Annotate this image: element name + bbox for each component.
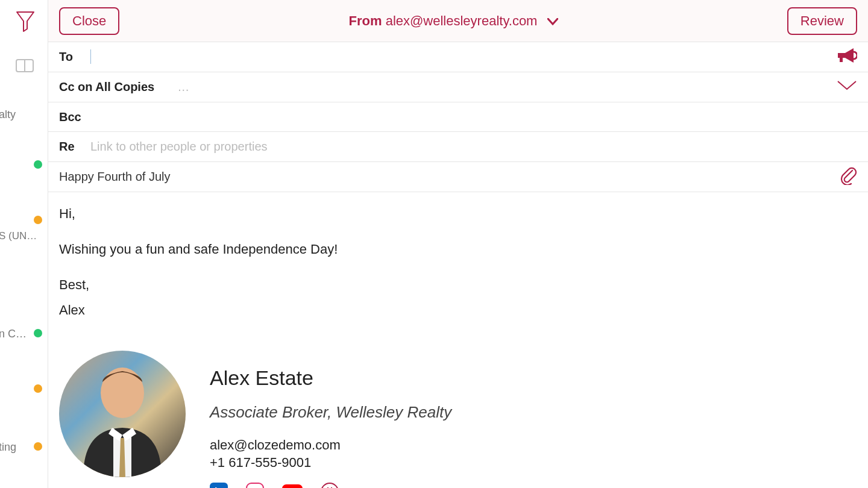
- status-dot-green-2: [34, 329, 42, 337]
- sidebar-text-2: S (UN…: [0, 230, 37, 242]
- re-label: Re: [59, 140, 75, 154]
- signature-email: alex@clozedemo.com: [210, 436, 451, 454]
- avatar: [59, 351, 186, 477]
- close-button[interactable]: Close: [59, 7, 119, 35]
- sidebar-text-1: alty: [0, 108, 16, 121]
- compose-panel: Close From alex@wellesleyrealty.com Revi…: [48, 0, 868, 488]
- status-dot-orange-1: [34, 216, 42, 224]
- cc-label: Cc on All Copies: [59, 80, 154, 94]
- review-button[interactable]: Review: [787, 7, 857, 35]
- linkedin-icon[interactable]: in: [210, 483, 228, 488]
- from-label: From: [349, 13, 382, 28]
- sidebar: alty S (UN… n C… ting: [0, 0, 48, 488]
- status-dot-orange-3: [34, 442, 42, 451]
- re-row: Re: [48, 132, 868, 162]
- from-email: alex@wellesleyrealty.com: [386, 13, 538, 28]
- email-body[interactable]: Hi, Wishing you a fun and safe Independe…: [48, 192, 868, 488]
- signature-name: Alex Estate: [210, 361, 451, 394]
- svg-rect-2: [840, 58, 843, 62]
- layout-icon[interactable]: [16, 59, 34, 75]
- topbar: Close From alex@wellesleyrealty.com Revi…: [48, 0, 868, 42]
- calendar-icon[interactable]: [321, 483, 339, 488]
- instagram-icon[interactable]: [246, 483, 264, 488]
- bcc-label: Bcc: [59, 110, 81, 124]
- paperclip-icon[interactable]: [839, 166, 857, 188]
- megaphone-icon[interactable]: [835, 46, 857, 67]
- sidebar-text-3: n C…: [0, 328, 27, 340]
- svg-point-3: [101, 368, 144, 418]
- body-line-1: Wishing you a fun and safe Independence …: [59, 239, 857, 260]
- signature-info: Alex Estate Associate Broker, Wellesley …: [210, 351, 451, 488]
- sidebar-text-4: ting: [0, 441, 16, 454]
- cc-row: Cc on All Copies …: [48, 72, 868, 102]
- signature-block: Alex Estate Associate Broker, Wellesley …: [59, 351, 857, 488]
- body-closing: Best,: [59, 274, 857, 295]
- body-greeting: Hi,: [59, 203, 857, 224]
- chevron-down-icon[interactable]: [837, 80, 857, 94]
- youtube-icon[interactable]: [282, 484, 303, 488]
- re-input[interactable]: [90, 140, 857, 154]
- signature-title: Associate Broker, Wellesley Realty: [210, 400, 451, 425]
- status-dot-green: [34, 160, 42, 169]
- to-row: To: [48, 42, 868, 72]
- subject-input[interactable]: [59, 170, 839, 184]
- body-signoff-name: Alex: [59, 299, 857, 321]
- bcc-row: Bcc: [48, 102, 868, 133]
- from-selector[interactable]: From alex@wellesleyrealty.com: [119, 13, 787, 29]
- bcc-input[interactable]: [97, 110, 857, 124]
- caret-down-icon: [547, 13, 558, 29]
- signature-phone: +1 617-555-9001: [210, 454, 451, 472]
- to-input[interactable]: [91, 50, 835, 64]
- subject-row: [48, 162, 868, 192]
- filter-icon[interactable]: [16, 11, 35, 35]
- social-icons: in: [210, 483, 451, 488]
- cc-placeholder: …: [177, 80, 189, 94]
- to-label: To: [59, 50, 75, 64]
- status-dot-orange-2: [34, 384, 42, 393]
